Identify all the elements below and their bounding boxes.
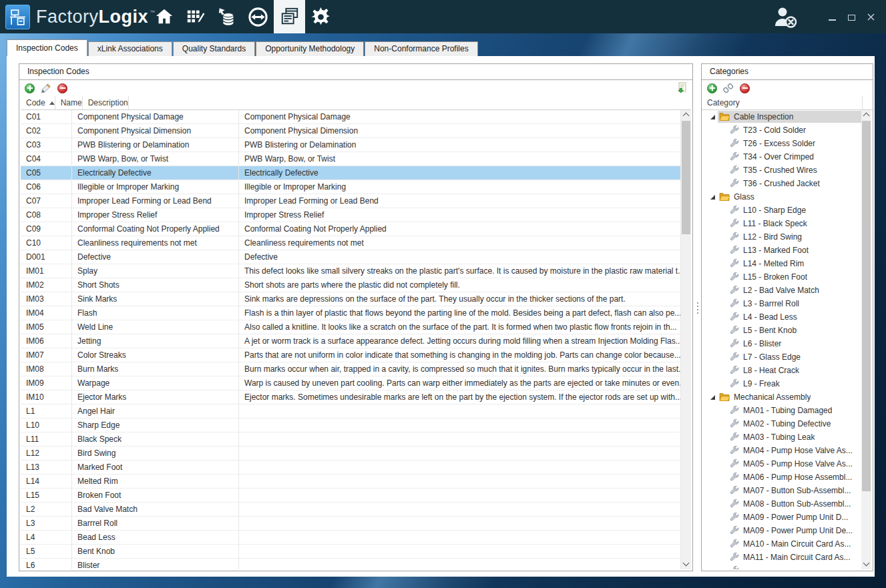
- grid-scrollbar[interactable]: [681, 110, 691, 569]
- table-row[interactable]: IM06 Jetting A jet or worm track is a su…: [21, 334, 681, 348]
- table-row[interactable]: C06 Illegible or Improper Marking Illegi…: [21, 180, 681, 194]
- table-row[interactable]: L11 Black Speck: [21, 432, 681, 447]
- table-row[interactable]: C01 Component Physical Damage Component …: [21, 110, 681, 124]
- tree-code-item[interactable]: MA06 - Pump Hose Assembl...: [703, 471, 861, 484]
- table-row[interactable]: IM07 Color Streaks Parts that are not un…: [21, 348, 681, 362]
- table-row[interactable]: IM09 Warpage Warp is caused by uneven pa…: [21, 376, 681, 390]
- nav-operations-button[interactable]: [242, 0, 274, 33]
- tree-category-row[interactable]: Cable Inspection: [703, 110, 861, 123]
- scroll-down-button[interactable]: [681, 559, 691, 569]
- tree-code-item[interactable]: L5 - Bent Knob: [703, 324, 861, 337]
- table-row[interactable]: L13 Marked Foot: [21, 461, 681, 475]
- tree-expander[interactable]: [707, 395, 718, 400]
- table-row[interactable]: IM04 Flash Flash is a thin layer of plas…: [21, 306, 681, 320]
- tree-scroll-track[interactable]: [861, 120, 871, 559]
- table-row[interactable]: L5 Bent Knob: [21, 545, 681, 559]
- table-row[interactable]: IM08 Burn Marks Burn marks occur when ai…: [21, 362, 681, 376]
- table-row[interactable]: C07 Improper Lead Forming or Lead Bend I…: [21, 194, 681, 208]
- table-row[interactable]: C10 Cleanliness requirements not met Cle…: [21, 236, 681, 250]
- table-row[interactable]: C09 Conformal Coating Not Properly Appli…: [21, 222, 681, 236]
- tab[interactable]: Quality Standards: [173, 41, 255, 56]
- tree-code-item[interactable]: MA03 - Tubing Leak: [703, 430, 861, 444]
- tab[interactable]: Inspection Codes: [7, 39, 87, 56]
- table-row[interactable]: C05 Electrically Defective Electrically …: [21, 166, 681, 180]
- nav-home-button[interactable]: [148, 0, 180, 33]
- tree-code-item[interactable]: T35 - Crushed Wires: [703, 164, 861, 177]
- tree-code-item[interactable]: T34 - Over Crimped: [703, 150, 861, 164]
- tree-code-item[interactable]: L15 - Broken Foot: [703, 270, 861, 284]
- tree-code-item[interactable]: L9 - Freak: [703, 377, 861, 390]
- table-row[interactable]: C08 Improper Stress Relief Improper Stre…: [21, 208, 681, 222]
- tree-code-item[interactable]: L7 - Glass Edge: [703, 350, 861, 364]
- tree-scrollbar[interactable]: [861, 110, 871, 569]
- tab[interactable]: Opportunity Methodology: [256, 41, 364, 56]
- category-column-header[interactable]: Category: [702, 96, 873, 110]
- table-row[interactable]: L4 Bead Less: [21, 531, 681, 545]
- tree-code-item[interactable]: MA02 - Tubing Defective: [703, 417, 861, 430]
- logout-user-button[interactable]: [772, 6, 799, 31]
- table-row[interactable]: L2 Bad Valve Match: [21, 503, 681, 517]
- table-row[interactable]: IM10 Ejector Marks Ejector marks. Someti…: [21, 390, 681, 404]
- tree-code-item[interactable]: L4 - Bead Less: [703, 310, 861, 324]
- tree-code-item[interactable]: L13 - Marked Foot: [703, 244, 861, 257]
- table-row[interactable]: IM02 Short Shots Short shots are parts w…: [21, 278, 681, 292]
- nav-process-definitions-button[interactable]: [180, 0, 211, 33]
- remove-code-button[interactable]: [57, 83, 67, 93]
- remove-category-button[interactable]: [740, 83, 750, 93]
- column-header[interactable]: Name: [55, 96, 83, 109]
- table-row[interactable]: L12 Bird Swing: [21, 447, 681, 461]
- add-category-button[interactable]: [707, 83, 717, 93]
- table-row[interactable]: C02 Component Physical Dimension Compone…: [21, 124, 681, 138]
- tree-code-item[interactable]: T26 - Excess Solder: [703, 137, 861, 150]
- table-row[interactable]: IM03 Sink Marks Sink marks are depressio…: [21, 292, 681, 306]
- tree-code-item[interactable]: L2 - Bad Valve Match: [703, 284, 861, 297]
- tree-scroll-down-button[interactable]: [861, 559, 871, 569]
- table-row[interactable]: L1 Angel Hair: [21, 404, 681, 418]
- tree-code-item[interactable]: L6 - Blister: [703, 337, 861, 350]
- tab[interactable]: Non-Conformance Profiles: [365, 41, 477, 56]
- table-row[interactable]: IM05 Weld Line Also called a knitline. I…: [21, 320, 681, 334]
- nav-materials-button[interactable]: [211, 0, 242, 33]
- scroll-thumb[interactable]: [682, 121, 690, 234]
- export-codes-button[interactable]: [676, 82, 687, 94]
- tab[interactable]: xLink Associations: [88, 41, 172, 56]
- tree-code-item[interactable]: T23 - Cold Solder: [703, 123, 861, 137]
- tree-code-item[interactable]: [703, 564, 861, 569]
- nav-settings-button[interactable]: [305, 0, 337, 33]
- minimize-button[interactable]: [826, 11, 838, 23]
- table-row[interactable]: L6 Blister: [21, 559, 681, 569]
- tree-code-item[interactable]: MA11 - Main Circuit Card As...: [703, 551, 861, 564]
- table-row[interactable]: D001 Defective Defective: [21, 250, 681, 264]
- scroll-track[interactable]: [681, 120, 691, 559]
- tree-expander[interactable]: [707, 195, 718, 200]
- nav-quality-button[interactable]: [274, 0, 305, 33]
- tree-code-item[interactable]: MA01 - Tubing Damaged: [703, 404, 861, 417]
- close-button[interactable]: [865, 11, 877, 23]
- tree-category-row[interactable]: Glass: [703, 190, 861, 204]
- table-row[interactable]: L3 Barrrel Roll: [21, 517, 681, 531]
- tree-category-row[interactable]: Mechanical Assembly: [703, 390, 861, 404]
- tree-code-item[interactable]: L14 - Melted Rim: [703, 257, 861, 270]
- table-row[interactable]: C04 PWB Warp, Bow, or Twist PWB Warp, Bo…: [21, 152, 681, 166]
- edit-code-button[interactable]: [41, 83, 51, 93]
- tree-code-item[interactable]: L10 - Sharp Edge: [703, 204, 861, 217]
- table-row[interactable]: L14 Melted Rim: [21, 475, 681, 489]
- tree-scroll-thumb[interactable]: [862, 121, 871, 491]
- link-category-button[interactable]: [723, 83, 734, 93]
- tree-code-item[interactable]: MA05 - Pump Hose Valve As...: [703, 457, 861, 471]
- tree-code-item[interactable]: L11 - Black Speck: [703, 217, 861, 230]
- column-header[interactable]: Description: [83, 96, 129, 109]
- maximize-button[interactable]: [845, 11, 857, 23]
- panel-splitter[interactable]: [695, 299, 700, 316]
- column-header[interactable]: Code: [21, 96, 55, 109]
- table-row[interactable]: L15 Broken Foot: [21, 489, 681, 503]
- table-row[interactable]: C03 PWB Blistering or Delamination PWB B…: [21, 138, 681, 152]
- tree-code-item[interactable]: T36 - Crushed Jacket: [703, 177, 861, 190]
- tree-code-item[interactable]: MA04 - Pump Hose Valve As...: [703, 444, 861, 457]
- tree-code-item[interactable]: MA09 - Power Pump Unit De...: [703, 524, 861, 537]
- add-code-button[interactable]: [25, 83, 35, 93]
- tree-code-item[interactable]: MA09 - Power Pump Unit D...: [703, 511, 861, 524]
- table-row[interactable]: L10 Sharp Edge: [21, 418, 681, 432]
- tree-code-item[interactable]: MA07 - Button Sub-Assembl...: [703, 484, 861, 497]
- tree-code-item[interactable]: MA10 - Main Circuit Card As...: [703, 537, 861, 551]
